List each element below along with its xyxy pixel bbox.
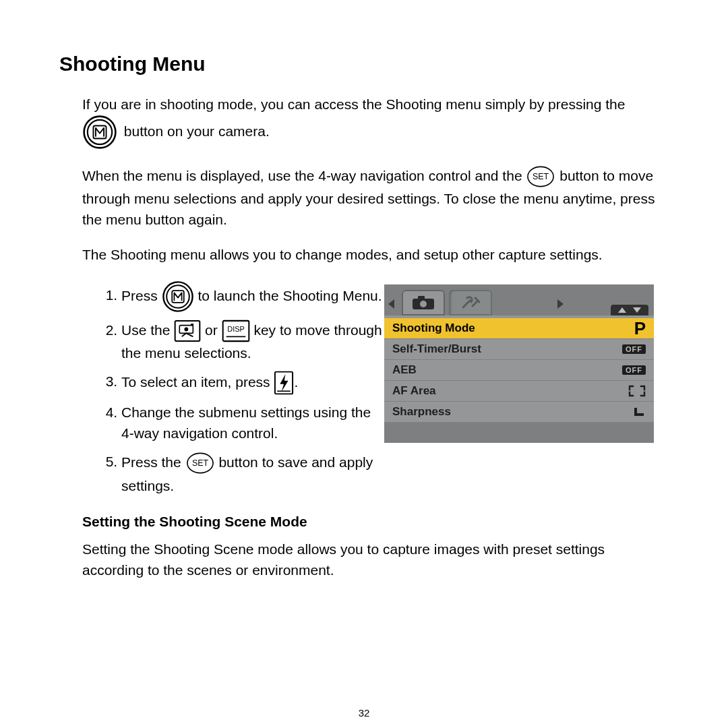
- set-button-icon: SET: [526, 164, 555, 189]
- lcd-row-label: Shooting Mode: [392, 322, 475, 335]
- tab-scroll-left-icon: [388, 299, 394, 309]
- intro-1b: button on your camera.: [124, 123, 270, 139]
- page-number: 32: [0, 707, 728, 719]
- step-2a: Use the: [121, 322, 170, 338]
- intro-para-1: If you are in shooting mode, you can acc…: [82, 94, 669, 150]
- intro-2a: When the menu is displayed, use the 4-wa…: [82, 168, 522, 183]
- svg-point-1: [88, 120, 112, 144]
- subsection-text: Setting the Shooting Scene mode allows y…: [82, 539, 669, 580]
- lcd-row-value: OFF: [622, 344, 646, 354]
- lcd-row-af-area: AF Area: [384, 381, 654, 402]
- set-button-icon: SET: [185, 451, 215, 475]
- lcd-row-value: [628, 385, 646, 397]
- svg-rect-20: [418, 296, 425, 300]
- intro-para-3: The Shooting menu allows you to change m…: [82, 245, 669, 265]
- section-subhead: Setting the Shooting Scene Mode: [82, 514, 669, 530]
- svg-point-10: [185, 328, 189, 332]
- lcd-row-label: Self-Timer/Burst: [392, 342, 481, 356]
- lcd-footer: [384, 423, 654, 443]
- tab-camera: [402, 290, 445, 315]
- flash-button-icon: [274, 371, 294, 395]
- lcd-row-sharpness: Sharpness: [384, 402, 654, 423]
- review-button-icon: [174, 320, 201, 342]
- lcd-row-aeb: AEBOFF: [384, 360, 654, 381]
- scroll-updown-icon: [611, 305, 648, 315]
- svg-point-0: [84, 117, 116, 148]
- menu-button-icon: [162, 280, 194, 313]
- lcd-row-value: OFF: [622, 365, 646, 375]
- svg-text:DISP: DISP: [227, 325, 244, 333]
- lcd-row-label: Sharpness: [392, 405, 451, 419]
- step-3b: .: [294, 373, 298, 389]
- lcd-row-label: AEB: [392, 363, 417, 377]
- svg-text:SET: SET: [533, 173, 549, 182]
- lcd-menu: Shooting ModePSelf-Timer/BurstOFFAEBOFFA…: [384, 284, 654, 443]
- lcd-row-value: P: [634, 318, 646, 339]
- svg-point-5: [163, 282, 192, 311]
- lcd-row-label: AF Area: [392, 384, 436, 398]
- lcd-rows: Shooting ModePSelf-Timer/BurstOFFAEBOFFA…: [384, 318, 654, 423]
- step-1b: to launch the Shooting Menu.: [198, 287, 382, 303]
- lcd-tab-bar: [384, 284, 654, 318]
- step-3a: To select an item, press: [121, 373, 270, 389]
- lcd-row-self-timer-burst: Self-Timer/BurstOFF: [384, 339, 654, 360]
- subtext: Setting the Shooting Scene mode allows y…: [82, 539, 669, 580]
- intro-para-2: When the menu is displayed, use the 4-wa…: [82, 164, 669, 230]
- menu-button-icon: [82, 115, 117, 150]
- svg-point-6: [166, 285, 189, 308]
- step-5: Press the SET button to save and apply s…: [121, 451, 669, 497]
- step-2or: or: [205, 322, 218, 338]
- svg-text:SET: SET: [191, 458, 208, 468]
- step-5a: Press the: [121, 454, 181, 469]
- lcd-row-value: [632, 406, 646, 418]
- lcd-row-shooting-mode: Shooting ModeP: [384, 318, 654, 339]
- disp-button-icon: DISP: [222, 320, 250, 342]
- page-title: Shooting Menu: [59, 53, 669, 75]
- svg-rect-8: [175, 321, 200, 341]
- tab-tools: [449, 290, 492, 315]
- manual-page: Shooting Menu If you are in shooting mod…: [0, 0, 728, 728]
- svg-rect-11: [191, 324, 193, 326]
- intro-1a: If you are in shooting mode, you can acc…: [82, 96, 625, 112]
- tab-scroll-right-icon: [557, 299, 564, 309]
- step-1a: Press: [121, 287, 158, 303]
- svg-point-21: [420, 301, 427, 307]
